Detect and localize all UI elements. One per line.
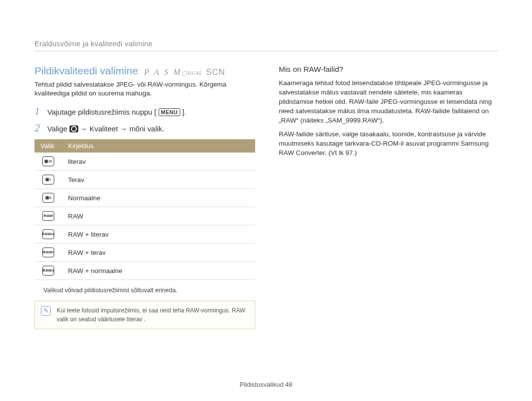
table-row: RAW RAW: [34, 207, 255, 225]
step-number: 1: [34, 105, 41, 118]
note-box: ✎ Kui teete fotosid impulsirežiimis, ei …: [34, 301, 255, 329]
table-row: ▦F Terav: [34, 171, 255, 189]
note-text: Kui teete fotosid impulsirežiimis, ei sa…: [57, 306, 249, 324]
steps: 1 Vajutage pildistusrežiimis nuppu [MENU…: [34, 105, 255, 134]
table-row: ▦SF literav: [34, 153, 255, 171]
footer-page: 48: [285, 381, 292, 388]
modes-main: P A S M: [144, 67, 182, 77]
right-para-2: RAW-failide särituse, valge tasakaalu, t…: [279, 130, 498, 158]
page: Eraldusvõime ja kvaliteedi valimine Pild…: [0, 0, 532, 344]
step-text-pre: Vajutage pildistusrežiimis nuppu [: [47, 108, 157, 116]
right-para-1: Kaameraga tehtud fotod teisendatakse tih…: [279, 79, 498, 125]
step-2: 2 Valige → Kvaliteet → mõni valik.: [34, 122, 255, 134]
camera-icon: [69, 125, 78, 132]
right-body: Kaameraga tehtud fotod teisendatakse tih…: [279, 79, 498, 158]
row-label: literav: [62, 153, 255, 171]
table-row: RAWN RAW + normaalne: [34, 262, 255, 280]
footer-label: Pildistusvalikud: [240, 381, 284, 388]
f-icon: ▦F: [42, 175, 54, 185]
step-text-part1: Valige: [47, 124, 67, 133]
options-table: Valik Kirjeldus ▦SF literav ▦F Terav ▦N: [34, 139, 255, 280]
th-valik: Valik: [34, 139, 62, 153]
page-footer: Pildistusvalikud 48: [0, 381, 532, 388]
step-number: 2: [34, 122, 41, 134]
mode-indicators: P A S M◯DUAL SCN: [144, 67, 226, 77]
step-text-part2: → Kvaliteet → mõni valik.: [80, 124, 165, 133]
sf-icon: ▦SF: [42, 156, 54, 166]
right-column: Mis on RAW-failid? Kaameraga tehtud foto…: [279, 65, 498, 329]
right-title: Mis on RAW-failid?: [279, 65, 498, 74]
raw-f-icon: RAWF: [42, 247, 54, 257]
raw-icon: RAW: [42, 211, 54, 221]
step-body: Vajutage pildistusrežiimis nuppu [MENU].: [47, 108, 186, 116]
th-kirjeldus: Kirjeldus: [62, 139, 255, 153]
step-text-post: ].: [182, 108, 186, 116]
section-header: Pildikvaliteedi valimine P A S M◯DUAL SC…: [34, 65, 255, 77]
menu-button-icon: MENU: [159, 108, 180, 116]
breadcrumb: Eraldusvõime ja kvaliteedi valimine: [34, 39, 498, 51]
step-body: Valige → Kvaliteet → mõni valik.: [47, 124, 164, 133]
left-column: Pildikvaliteedi valimine P A S M◯DUAL SC…: [34, 65, 255, 329]
row-label: Terav: [62, 171, 255, 189]
raw-sf-icon: RAWSF: [42, 229, 54, 239]
dual-icon: ◯DUAL: [182, 70, 202, 75]
row-label: RAW + literav: [62, 225, 255, 244]
row-label: RAW: [62, 207, 255, 225]
section-title: Pildikvaliteedi valimine: [34, 65, 138, 76]
intro-text: Tehtud pildid salvestatakse JPEG- või RA…: [34, 80, 255, 98]
raw-n-icon: RAWN: [42, 266, 54, 276]
table-row: RAWSF RAW + literav: [34, 225, 255, 244]
note-icon: ✎: [41, 306, 51, 316]
table-row: RAWF RAW + terav: [34, 244, 255, 262]
row-label: RAW + normaalne: [62, 262, 255, 280]
table-row: ▦N Normaalne: [34, 189, 255, 207]
step-1: 1 Vajutage pildistusrežiimis nuppu [MENU…: [34, 105, 255, 118]
row-label: RAW + terav: [62, 244, 255, 262]
content-columns: Pildikvaliteedi valimine P A S M◯DUAL SC…: [34, 65, 498, 329]
n-icon: ▦N: [42, 193, 54, 203]
table-footnote: Valikud võivad pildistusrežiimist sõltuv…: [43, 287, 255, 294]
modes-scn: SCN: [206, 67, 225, 77]
row-label: Normaalne: [62, 189, 255, 207]
